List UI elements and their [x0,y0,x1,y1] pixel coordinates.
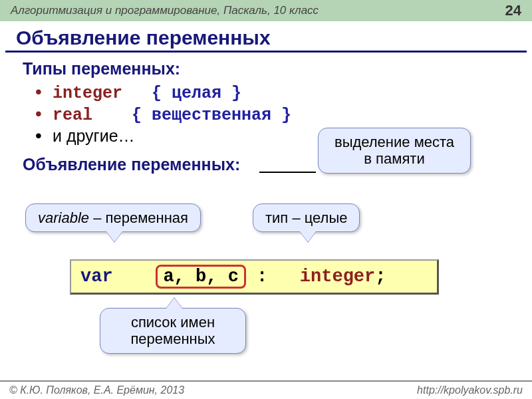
code-keyword-var: var [80,267,113,287]
slide-title: Объявление переменных [5,21,527,53]
footer-left: © К.Ю. Поляков, Е.А. Ерёмин, 2013 [9,384,184,396]
types-heading: Типы переменных: [23,59,516,78]
code-varlist-box: a, b, c [156,265,245,289]
type-comment: { вещественная } [132,106,291,125]
type-keyword: real [53,106,92,125]
connector-line [259,172,316,173]
course-label: Алгоритмизация и программирование, Паска… [11,4,319,17]
type-item: real { вещественная } [53,104,516,125]
callout-varlist: список имен переменных [100,308,246,354]
type-item: integer { целая } [53,82,516,103]
callout-memory: выделение места в памяти [318,128,471,174]
type-keyword: integer [53,84,122,103]
callout-variable: variable – переменная [25,203,201,232]
footer: © К.Ю. Поляков, Е.А. Ерёмин, 2013 http:/… [0,380,532,399]
page-number: 24 [505,2,521,19]
code-box: var a, b, c : integer; [70,259,439,295]
type-comment: { целая } [152,84,241,103]
code-type: integer [300,267,375,287]
callout-type: тип – целые [253,203,360,232]
footer-right: http://kpolyakov.spb.ru [417,384,523,396]
header-band: Алгоритмизация и программирование, Паска… [0,0,532,21]
